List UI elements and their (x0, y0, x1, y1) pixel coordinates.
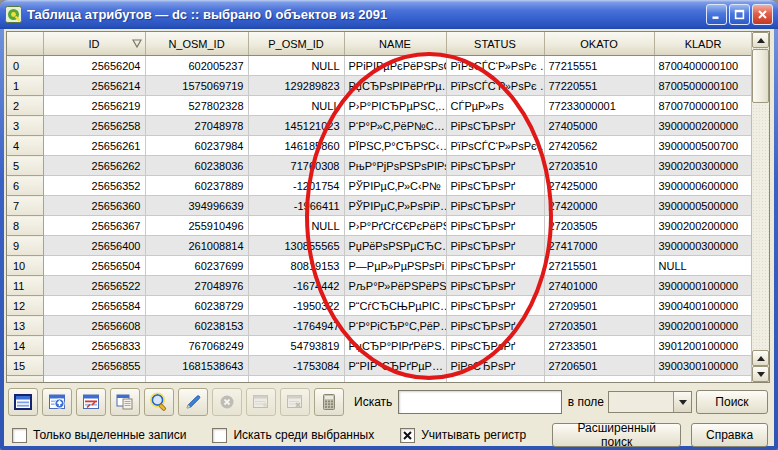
cell-okato[interactable]: 27215501 (544, 256, 654, 276)
field-combobox[interactable] (608, 391, 692, 413)
cell-id[interactable]: 25656219 (43, 96, 145, 116)
cell-name[interactable]: Р“СѓСЂСЊРµРІС… (344, 296, 446, 316)
row-number[interactable]: 8 (7, 216, 43, 236)
cell-status[interactable]: РіРѕСЂРѕРґ (446, 256, 544, 276)
cell-id[interactable]: 25656262 (43, 156, 145, 176)
cell-name[interactable]: РљР°Р»РёРЅРёРЅ… (344, 276, 446, 296)
cell-p_osm_id[interactable]: -1201754 (248, 176, 344, 196)
cell-p_osm_id[interactable]: 54793819 (248, 336, 344, 356)
row-number[interactable]: 0 (7, 56, 43, 76)
cell-p_osm_id[interactable]: -1950322 (248, 296, 344, 316)
cell-status[interactable]: РіРѕСЂРѕРґ (446, 176, 544, 196)
copy-rows-button[interactable] (110, 388, 140, 416)
cell-name[interactable]: Р­РіРІРµРєРёРЅРѕС‚ (344, 56, 446, 76)
cell-name[interactable]: Р‘Р°Р»С‚РёР№С… (344, 116, 446, 136)
column-header-kladr[interactable]: KLADR (654, 32, 751, 56)
cell-p_osm_id[interactable]: 71760308 (248, 156, 344, 176)
cell-id[interactable]: 25656204 (43, 56, 145, 76)
cell-n_osm_id[interactable]: 60238153 (145, 316, 248, 336)
cell-kladr[interactable]: 3900000600000 (654, 176, 751, 196)
column-header-p_osm_id[interactable]: P_OSM_ID (248, 32, 344, 56)
search-input[interactable] (398, 390, 561, 414)
row-number[interactable]: 6 (7, 176, 43, 196)
cell-kladr[interactable]: 3900000300000 (654, 236, 751, 256)
cell-status[interactable]: РіРѕСЂРѕРґ (446, 276, 544, 296)
title-bar[interactable]: Таблица атрибутов — dc :: выбрано 0 объе… (0, 0, 778, 29)
cell-okato[interactable]: 27405000 (544, 116, 654, 136)
column-header-status[interactable]: STATUS (446, 32, 544, 56)
field-calculator-button[interactable] (314, 388, 344, 416)
cell-status[interactable]: РїРѕСЃС‘Р»РѕРє … (446, 136, 544, 156)
minimize-button[interactable] (706, 4, 727, 25)
toggle-editing-button[interactable] (178, 388, 208, 416)
cell-status[interactable]: РіРѕСЂРѕРґ (446, 356, 544, 376)
cell-name[interactable]: РџСЂРѕРІРёРґРµ… (344, 76, 446, 96)
cell-id[interactable]: 25656261 (43, 136, 145, 156)
row-number[interactable]: 14 (7, 336, 43, 356)
cell-name[interactable]: Р‘Р°РіСЂР°С‚РёР… (344, 316, 446, 336)
cell-kladr[interactable]: 8700500000100 (654, 76, 751, 96)
scroll-down-button[interactable] (752, 366, 769, 382)
row-number[interactable]: 1 (7, 76, 43, 96)
cell-n_osm_id[interactable]: 60237699 (145, 256, 248, 276)
search-button[interactable]: Поиск (696, 390, 768, 414)
cell-okato[interactable]: 27203501 (544, 316, 654, 336)
cell-name[interactable]: РЎРІРµС‚Р»РѕРіР… (344, 196, 446, 216)
cell-id[interactable]: 25656833 (43, 336, 145, 356)
cell-okato[interactable]: 27203510 (544, 156, 654, 176)
cell-id[interactable]: 25656608 (43, 316, 145, 336)
cell-status[interactable]: РїРѕСЃС‘Р»РѕРє … (446, 76, 544, 96)
row-number[interactable]: 3 (7, 116, 43, 136)
cell-okato[interactable]: 27425000 (544, 176, 654, 196)
cell-kladr[interactable]: 3900200100000 (654, 316, 751, 336)
column-header-name[interactable]: NAME (344, 32, 446, 56)
cell-p_osm_id[interactable]: 146185860 (248, 136, 344, 156)
cell-name[interactable]: РњР°РјРѕРЅРѕРІРѕ (344, 156, 446, 176)
only-selected-checkbox[interactable]: Только выделенные записи (12, 428, 186, 443)
cell-kladr[interactable]: 3900000100000 (654, 276, 751, 296)
row-number[interactable]: 10 (7, 256, 43, 276)
cell-name[interactable]: РџСЂР°РІРґРёРЅ… (344, 336, 446, 356)
cell-p_osm_id[interactable]: 145121023 (248, 116, 344, 136)
checkbox-box[interactable] (400, 428, 415, 443)
deselect-all-button[interactable] (8, 388, 38, 416)
help-button[interactable]: Справка (691, 423, 768, 447)
checkbox-box[interactable] (12, 428, 27, 443)
invert-selection-button[interactable] (76, 388, 106, 416)
cell-id[interactable]: 25656214 (43, 76, 145, 96)
cell-id[interactable]: 25656258 (43, 116, 145, 136)
row-number[interactable]: 4 (7, 136, 43, 156)
cell-name[interactable]: Р“РІР°СЂРґРµР… (344, 356, 446, 376)
cell-name[interactable]: Р›Р°РґСѓС€РєРёРЅ (344, 216, 446, 236)
cell-okato[interactable]: 27209501 (544, 296, 654, 316)
cell-kladr[interactable]: 3901200100000 (654, 336, 751, 356)
corner-cell[interactable] (7, 32, 43, 56)
cell-p_osm_id[interactable]: NULL (248, 56, 344, 76)
scrollbar-track[interactable] (752, 103, 769, 350)
cell-okato[interactable]: 77215551 (544, 56, 654, 76)
zoom-to-selection-button[interactable] (144, 388, 174, 416)
cell-n_osm_id[interactable]: 60237889 (145, 176, 248, 196)
cell-p_osm_id[interactable]: 80819153 (248, 256, 344, 276)
cell-n_osm_id[interactable]: 27048976 (145, 276, 248, 296)
row-number[interactable]: 7 (7, 196, 43, 216)
row-number[interactable] (7, 376, 43, 383)
row-number[interactable]: 9 (7, 236, 43, 256)
cell-okato[interactable]: 27401000 (544, 276, 654, 296)
advanced-search-button[interactable]: Расширенный поиск (552, 423, 681, 447)
cell-status[interactable]: РіРѕСЂРѕРґ (446, 116, 544, 136)
cell-n_osm_id[interactable]: 1681538643 (145, 356, 248, 376)
cell-p_osm_id[interactable]: -1674442 (248, 276, 344, 296)
cell-status[interactable]: СЃРµР»Рѕ (446, 96, 544, 116)
cell-name[interactable]: Р—РµР»РµРЅРѕРі… (344, 256, 446, 276)
cell-name[interactable]: РЇРЅС‚Р°СЂРЅС‹… (344, 136, 446, 156)
delete-column-button[interactable] (280, 388, 310, 416)
checkbox-box[interactable] (212, 428, 227, 443)
cell-status[interactable]: РїРѕСЃС‘Р»РѕРє … (446, 56, 544, 76)
new-column-button[interactable] (246, 388, 276, 416)
cell-id[interactable]: 25656855 (43, 356, 145, 376)
cell-kladr[interactable]: 3900000200000 (654, 116, 751, 136)
cell-status[interactable]: РіРѕСЂРѕРґ (446, 296, 544, 316)
cell-okato[interactable]: 27417000 (544, 236, 654, 256)
case-checkbox[interactable]: Учитывать регистр (400, 428, 526, 443)
